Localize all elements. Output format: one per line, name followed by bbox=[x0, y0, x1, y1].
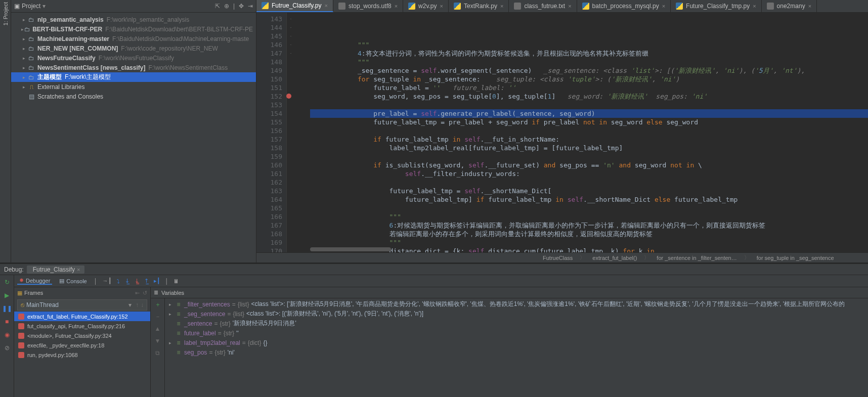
close-icon[interactable]: × bbox=[440, 3, 443, 9]
code-line[interactable]: distance_dict = {k: self.distance_cum(fu… bbox=[310, 247, 868, 252]
code-line[interactable]: 若编辑距离最小的存在多个，则采用词向量去计算最终的相似度，返回相似度高的期货标签 bbox=[310, 230, 868, 238]
project-item[interactable]: ▸🗀NewsSentimentClass [news_classify]F:\w… bbox=[11, 63, 256, 72]
thread-up-icon[interactable]: ↑ bbox=[136, 301, 139, 308]
tree-arrow-icon[interactable]: ▸ bbox=[20, 84, 27, 90]
dropdown-icon[interactable]: ▾ bbox=[42, 3, 46, 10]
code-line[interactable] bbox=[310, 178, 868, 187]
editor-tab[interactable]: class_futrue.txt× bbox=[509, 0, 577, 12]
close-icon[interactable]: × bbox=[568, 3, 571, 9]
resume-icon[interactable]: ▶ bbox=[3, 291, 11, 299]
code-line[interactable]: 6:对候选期货与期货标签计算编辑距离，并取编辑距离最小的作为下一步计算，若编辑距… bbox=[310, 221, 868, 230]
code-line[interactable]: pre_label = self.generate_pre_label(_sen… bbox=[310, 109, 868, 118]
line-number[interactable]: 165 bbox=[256, 204, 282, 212]
code-line[interactable]: """ bbox=[310, 58, 868, 66]
line-number[interactable]: 161 bbox=[256, 169, 282, 178]
tree-arrow-icon[interactable]: ▸ bbox=[20, 36, 27, 41]
variable-row[interactable]: ≡seg_pos = {str} 'ni' bbox=[165, 347, 868, 357]
stack-frame[interactable]: extract_fut_label, Futrue_Classify.py:15… bbox=[14, 312, 150, 321]
line-number[interactable]: 159 bbox=[256, 152, 282, 161]
editor-tabs[interactable]: Futrue_Classify.py×stop_words.utf8×w2v.p… bbox=[256, 0, 868, 13]
project-item[interactable]: ▸🗀MachineLearning-masterF:\BaiduNetdiskD… bbox=[11, 34, 256, 43]
line-number[interactable]: 151 bbox=[256, 83, 282, 92]
variable-row[interactable]: ≡future_label = {str} '' bbox=[165, 328, 868, 338]
var-expand-icon[interactable]: ▸ bbox=[167, 302, 173, 307]
line-number[interactable]: 158 bbox=[256, 144, 282, 152]
hide-icon[interactable]: ⇥ bbox=[248, 3, 253, 10]
thread-selector[interactable]: ⎋ MainThread ▾ ↑ ↓ bbox=[17, 299, 147, 311]
code-line[interactable]: _seg_sentence = self.word_segment(_sente… bbox=[310, 66, 868, 75]
line-gutter[interactable]: 1431441451461471481491501511521531541551… bbox=[256, 13, 287, 252]
code-line[interactable]: """ bbox=[310, 238, 868, 247]
tree-arrow-icon[interactable]: ▸ bbox=[20, 65, 27, 70]
variable-row[interactable]: ▸≡_filter_sentences = {list} <class 'lis… bbox=[165, 299, 868, 309]
close-icon[interactable]: × bbox=[808, 3, 811, 9]
code-line[interactable]: if future_label_tmp in self.__fut_in_sho… bbox=[310, 135, 868, 144]
line-number[interactable]: 155 bbox=[256, 118, 282, 126]
tree-arrow-icon[interactable]: ▸ bbox=[20, 27, 24, 32]
debugger-tab[interactable]: ✸ Debugger bbox=[17, 277, 52, 285]
view-breakpoints-icon[interactable]: ◉ bbox=[3, 331, 11, 339]
editor-tab[interactable]: one2many× bbox=[762, 0, 817, 12]
code-line[interactable]: """ bbox=[310, 40, 868, 49]
variables-list[interactable]: ▸≡_filter_sentences = {list} <class 'lis… bbox=[165, 298, 868, 397]
breadcrumb-item[interactable]: for seg_tuple in _seg_sentence bbox=[754, 255, 837, 261]
close-icon[interactable]: × bbox=[77, 267, 80, 273]
project-item[interactable]: ▸⎍External Libraries bbox=[11, 82, 256, 92]
rerun-icon[interactable]: ↻ bbox=[3, 278, 11, 286]
code-breadcrumb[interactable]: FutrueClass〉extract_fut_label()〉for _sen… bbox=[256, 252, 868, 262]
close-icon[interactable]: × bbox=[753, 3, 756, 9]
code-line[interactable]: for seg_tuple in _seg_sentence: seg_tupl… bbox=[310, 75, 868, 83]
stack-frame[interactable]: run, pydevd.py:1068 bbox=[14, 350, 150, 360]
line-number[interactable]: 153 bbox=[256, 101, 282, 109]
run-to-cursor-icon[interactable]: ▸┃ bbox=[154, 278, 160, 284]
thread-down-icon[interactable]: ↓ bbox=[141, 301, 144, 308]
line-number[interactable]: 154 bbox=[256, 109, 282, 118]
var-expand-icon[interactable]: ▸ bbox=[167, 340, 173, 345]
editor-tab[interactable]: Future_Classify_tmp.py× bbox=[671, 0, 761, 12]
line-number[interactable]: 169 bbox=[256, 238, 282, 247]
var-expand-icon[interactable]: ▸ bbox=[167, 312, 173, 317]
code-line[interactable]: future_label = '' future_label: '' bbox=[310, 83, 868, 92]
editor-tab[interactable]: TextRank.py× bbox=[449, 0, 509, 12]
line-number[interactable]: 167 bbox=[256, 221, 282, 230]
line-number[interactable]: 148 bbox=[256, 58, 282, 66]
breadcrumb-item[interactable]: extract_fut_label() bbox=[589, 255, 640, 261]
editor-tab[interactable]: w2v.py× bbox=[403, 0, 449, 12]
pause-icon[interactable]: ❚❚ bbox=[3, 304, 11, 313]
line-number[interactable]: 170 bbox=[256, 247, 282, 252]
tree-arrow-icon[interactable]: ▸ bbox=[20, 56, 27, 61]
gear-icon[interactable]: ✥ bbox=[239, 3, 244, 10]
horizontal-scrollbar[interactable] bbox=[310, 247, 391, 251]
line-number[interactable]: 152 bbox=[256, 92, 282, 101]
code-line[interactable]: future_label_tmp = self.__shortName_Dict… bbox=[310, 187, 868, 195]
line-number[interactable]: 168 bbox=[256, 230, 282, 238]
collapse-icon[interactable]: ⇱ bbox=[215, 3, 220, 10]
console-tab[interactable]: ▤ Console bbox=[57, 278, 89, 284]
stack-frame[interactable]: <module>, Futrue_Classify.py:324 bbox=[14, 331, 150, 340]
force-step-into-icon[interactable]: ↓̳ bbox=[135, 278, 139, 284]
code-editor[interactable]: 1431441451461471481491501511521531541551… bbox=[256, 13, 868, 252]
code-line[interactable]: future_label_tmp = pre_label + seg_word … bbox=[310, 118, 868, 126]
fold-toggle[interactable]: - bbox=[287, 32, 295, 40]
show-exec-point-icon[interactable]: →┃ bbox=[103, 278, 112, 284]
frame-list[interactable]: extract_fut_label, Futrue_Classify.py:15… bbox=[14, 312, 150, 397]
line-number[interactable]: 162 bbox=[256, 178, 282, 187]
line-number[interactable]: 157 bbox=[256, 135, 282, 144]
line-number[interactable]: 149 bbox=[256, 66, 282, 75]
fold-toggle[interactable]: - bbox=[287, 40, 295, 49]
code-line[interactable] bbox=[310, 204, 868, 212]
code-line[interactable] bbox=[310, 126, 868, 135]
project-item[interactable]: ▸🗀nlp_semantic_analysisF:\work\nlp_seman… bbox=[11, 15, 256, 24]
evaluate-icon[interactable]: 🖩 bbox=[173, 278, 179, 284]
stack-frame[interactable]: execfile, _pydev_execfile.py:18 bbox=[14, 340, 150, 350]
step-into-icon[interactable]: ↓̲ bbox=[125, 278, 129, 284]
breadcrumb-item[interactable]: for _sentence in _filter_senten… bbox=[654, 255, 740, 261]
variable-row[interactable]: ▸≡_seg_sentence = {list} <class 'list'>:… bbox=[165, 309, 868, 319]
line-number[interactable]: 145 bbox=[256, 32, 282, 40]
line-number[interactable]: 164 bbox=[256, 195, 282, 204]
editor-tab[interactable]: Futrue_Classify.py× bbox=[256, 0, 333, 12]
project-item[interactable]: ▤Scratches and Consoles bbox=[11, 92, 256, 101]
code-line[interactable]: 4:将文本进行分词，将词性为名词的词作为期货标签候选集，并且根据出现的地名将其补… bbox=[310, 49, 868, 58]
stack-frame[interactable]: fut_classify_api, Futrue_Classify.py:216 bbox=[14, 321, 150, 331]
project-item[interactable]: ▸🗀NER_NEW [NER_COMMON]F:\work\code_repos… bbox=[11, 43, 256, 53]
